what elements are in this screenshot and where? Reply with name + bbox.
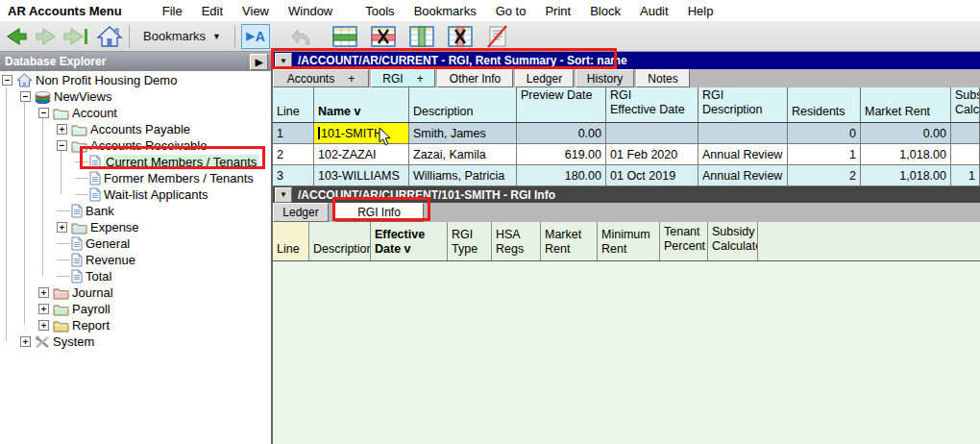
tree-item-account[interactable]: −Account [0, 105, 271, 121]
rgi-column-header-line[interactable]: Line [273, 222, 309, 260]
expand-toggle-icon[interactable]: + [38, 287, 49, 298]
tab-notes[interactable]: Notes [636, 69, 690, 87]
tree-item-system[interactable]: +System [0, 333, 271, 350]
table-row[interactable]: 2102-ZAZAIZazai, Kamila619.0001 Feb 2020… [273, 144, 980, 165]
rgi-column-header-market-rent[interactable]: Market Rent [541, 222, 598, 260]
menu-item-audit[interactable]: Audit [630, 4, 678, 18]
table-cell[interactable]: 2 [788, 165, 861, 186]
menu-item-go-to[interactable]: Go to [486, 4, 536, 18]
forward-icon[interactable] [34, 23, 59, 50]
table-cell[interactable]: 103-WILLIAMS [314, 165, 409, 186]
expand-toggle-icon[interactable]: + [38, 320, 49, 331]
tree-item-payroll[interactable]: +Payroll [0, 301, 271, 317]
tree-item-current-members-tenants[interactable]: Current Members / Tenants [0, 154, 271, 170]
column-header-subsidy-calculated[interactable]: Subsidy Calculated [951, 87, 980, 122]
selected-name-cell[interactable]: 101-SMITH [314, 123, 409, 144]
bottom-tab-ledger[interactable]: Ledger [273, 203, 329, 222]
expand-toggle-icon[interactable]: + [38, 304, 49, 314]
tab-rgi[interactable]: RGI+ [371, 69, 435, 87]
tree-item-wait-list-applicants[interactable]: Wait-list Applicants [0, 186, 271, 203]
rgi-column-header-hsa-regs[interactable]: HSA Regs [492, 222, 541, 260]
collapse-toggle-icon[interactable]: − [38, 108, 49, 118]
collapse-toggle-icon[interactable]: − [57, 140, 67, 151]
table-cell[interactable]: 1,018.00 [861, 144, 951, 165]
menu-item-view[interactable]: View [233, 4, 279, 18]
tree-item-accounts-payable[interactable]: +Accounts Payable [0, 121, 271, 137]
table-cell[interactable]: 619.00 [517, 144, 606, 165]
tree-item-non-profit-housing-demo[interactable]: −Non Profit Housing Demo [0, 72, 271, 88]
table-cell[interactable]: 01 Oct 2019 [606, 165, 698, 186]
window-menu-dropdown-icon[interactable]: ▼ [275, 53, 292, 68]
menu-item-bookmarks[interactable]: Bookmarks [404, 4, 486, 18]
table-cell[interactable]: Annual Review [698, 144, 788, 165]
table-cell[interactable]: 3 [273, 165, 314, 186]
table-cell[interactable]: 01 Feb 2020 [606, 144, 698, 165]
delete-row-icon[interactable] [371, 23, 396, 50]
edit-disabled-icon[interactable] [486, 23, 509, 50]
table-cell[interactable]: 180.00 [517, 165, 606, 186]
table-cell[interactable]: 1 [273, 123, 314, 144]
insert-column-icon[interactable] [409, 23, 434, 50]
column-header-preview-date[interactable]: Preview Date [517, 87, 606, 122]
tree-item-report[interactable]: +Report [0, 317, 271, 333]
tree-item-former-members-tenants[interactable]: Former Members / Tenants [0, 170, 271, 186]
column-header-rgi-description[interactable]: RGI Description [698, 87, 788, 122]
collapse-toggle-icon[interactable]: − [2, 75, 12, 86]
table-cell[interactable]: Smith, James [409, 123, 517, 144]
insert-row-icon[interactable] [332, 23, 357, 50]
menu-item-print[interactable]: Print [535, 4, 580, 18]
rgi-column-header-tenant-percent[interactable]: Tenant Percent [660, 222, 708, 260]
column-header-market-rent[interactable]: Market Rent [861, 87, 951, 122]
menu-item-tools[interactable]: Tools [355, 4, 404, 18]
column-header-line[interactable]: Line [273, 87, 314, 122]
column-header-rgi-effective-date[interactable]: RGI Effective Date [606, 87, 698, 122]
rgi-column-header-minimum-rent[interactable]: Minimum Rent [598, 222, 660, 260]
table-cell[interactable]: 1 [788, 144, 861, 165]
table-cell[interactable]: Williams, Patricia [409, 165, 517, 186]
expand-toggle-icon[interactable]: + [57, 222, 67, 233]
table-cell[interactable]: 2 [273, 144, 314, 165]
menu-item-window[interactable]: Window [279, 4, 342, 18]
tree-item-expense[interactable]: +Expense [0, 219, 271, 235]
tree-item-newviews[interactable]: −NewViews [0, 88, 271, 105]
delete-column-icon[interactable] [448, 23, 473, 50]
column-header-name-v[interactable]: Name v [314, 87, 409, 122]
rgi-column-header-subsidy-calculated[interactable]: Subsidy Calculated [708, 222, 758, 260]
table-cell[interactable] [698, 123, 788, 144]
go-to-end-icon[interactable] [62, 23, 89, 50]
tab-history[interactable]: History [576, 69, 634, 87]
tree-item-general[interactable]: General [0, 235, 271, 252]
menu-item-ar-accounts-menu[interactable]: AR Accounts Menu [0, 4, 132, 18]
tree-item-total[interactable]: Total [0, 268, 271, 284]
table-cell[interactable]: Annual Review [698, 165, 788, 186]
tab-other-info[interactable]: Other Info [437, 69, 513, 87]
table-cell[interactable]: 0.00 [517, 123, 606, 144]
menu-item-help[interactable]: Help [678, 4, 723, 18]
table-row[interactable]: 1101-SMITHSmith, James0.0000.00 [273, 123, 980, 144]
table-cell[interactable]: 1,018.00 [861, 165, 951, 186]
menu-item-file[interactable]: File [153, 4, 192, 18]
table-cell[interactable] [606, 123, 698, 144]
tree-item-bank[interactable]: Bank [0, 203, 271, 219]
back-icon[interactable] [4, 23, 29, 50]
table-cell[interactable]: Zazai, Kamila [409, 144, 517, 165]
tab-ledger[interactable]: Ledger [515, 69, 574, 87]
expand-toggle-icon[interactable]: + [57, 124, 67, 135]
tab-plus-button[interactable]: + [348, 72, 355, 86]
sidebar-collapse-arrow-button[interactable]: ▶ [250, 54, 268, 70]
table-row[interactable]: 3103-WILLIAMSWilliams, Patricia180.0001 … [273, 165, 980, 186]
tree-item-accounts-receivable[interactable]: −Accounts Receivable [0, 137, 271, 154]
tab-accounts[interactable]: Accounts+ [273, 69, 369, 87]
expand-toggle-icon[interactable]: + [20, 336, 31, 347]
bottom-window-menu-dropdown-icon[interactable]: ▼ [275, 187, 292, 203]
table-cell[interactable]: 1 [951, 165, 980, 186]
tab-plus-button[interactable]: + [417, 72, 424, 86]
collapse-toggle-icon[interactable]: − [20, 91, 31, 102]
bottom-tab-rgi-info[interactable]: RGI Info [334, 203, 424, 222]
rgi-column-header-rgi-type[interactable]: RGI Type [448, 222, 492, 260]
table-cell[interactable]: 0.00 [861, 123, 951, 144]
menu-item-edit[interactable]: Edit [192, 4, 233, 18]
table-cell[interactable] [951, 144, 980, 165]
menu-item-block[interactable]: Block [580, 4, 630, 18]
table-cell[interactable] [951, 123, 980, 144]
